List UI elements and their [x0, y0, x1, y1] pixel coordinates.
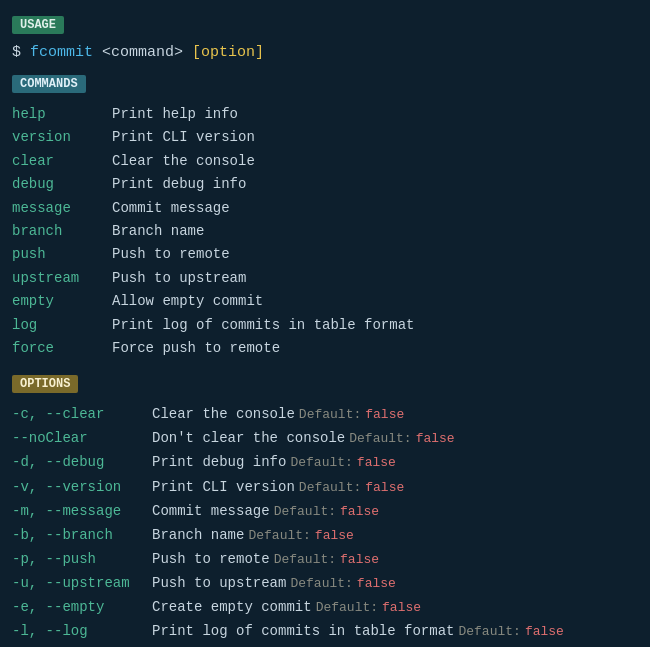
- default-value: false: [365, 404, 404, 425]
- option-desc-text: Print log of commits in table format: [152, 620, 454, 643]
- option-name: -b, --branch: [12, 524, 152, 547]
- command-description: Clear the console: [112, 150, 255, 172]
- option-desc-text: Create empty commit: [152, 596, 312, 619]
- command-row: forceForce push to remote: [12, 337, 638, 359]
- default-value: false: [382, 597, 421, 618]
- default-label: Default:: [290, 452, 352, 473]
- option-description: Push to upstream Default: false: [152, 572, 396, 595]
- option-name: -l, --log: [12, 620, 152, 643]
- command-row: pushPush to remote: [12, 243, 638, 265]
- command-description: Print CLI version: [112, 126, 255, 148]
- command-row: debugPrint debug info: [12, 173, 638, 195]
- option-description: Branch name Default: false: [152, 524, 354, 547]
- commands-table: helpPrint help infoversionPrint CLI vers…: [12, 103, 638, 359]
- default-value: false: [365, 477, 404, 498]
- usage-section: USAGE $ fcommit <command> [option]: [12, 16, 638, 61]
- option-name: -u, --upstream: [12, 572, 152, 595]
- command-name: empty: [12, 290, 112, 312]
- default-label: Default:: [349, 428, 411, 449]
- command-row: helpPrint help info: [12, 103, 638, 125]
- option-name: -e, --empty: [12, 596, 152, 619]
- command-row: emptyAllow empty commit: [12, 290, 638, 312]
- option-description: Push to remote Default: false: [152, 548, 379, 571]
- command-description: Force push to remote: [112, 337, 280, 359]
- default-label: Default:: [274, 549, 336, 570]
- option-row: -c, --clear Clear the console Default: f…: [12, 403, 638, 426]
- option-row: -m, --message Commit message Default: fa…: [12, 500, 638, 523]
- command-row: upstreamPush to upstream: [12, 267, 638, 289]
- command-name: log: [12, 314, 112, 336]
- command-name: message: [12, 197, 112, 219]
- command-description: Push to upstream: [112, 267, 246, 289]
- default-value: false: [525, 621, 564, 642]
- default-label: Default:: [274, 501, 336, 522]
- default-label: Default:: [458, 621, 520, 642]
- command-description: Branch name: [112, 220, 204, 242]
- option-name: -d, --debug: [12, 451, 152, 474]
- command-name: debug: [12, 173, 112, 195]
- command-row: messageCommit message: [12, 197, 638, 219]
- option-description: Don't clear the console Default: false: [152, 427, 455, 450]
- option-row: -u, --upstream Push to upstream Default:…: [12, 572, 638, 595]
- option-row: --noClear Don't clear the console Defaul…: [12, 427, 638, 450]
- default-value: false: [340, 549, 379, 570]
- option-desc-text: Push to upstream: [152, 572, 286, 595]
- command-name: upstream: [12, 267, 112, 289]
- option-desc-text: Push to remote: [152, 548, 270, 571]
- command-name: push: [12, 243, 112, 265]
- option-desc-text: Don't clear the console: [152, 427, 345, 450]
- default-label: Default:: [316, 597, 378, 618]
- usage-command: fcommit: [30, 44, 93, 61]
- option-name: -p, --push: [12, 548, 152, 571]
- option-name: --noClear: [12, 427, 152, 450]
- command-description: Print debug info: [112, 173, 246, 195]
- option-name: -m, --message: [12, 500, 152, 523]
- option-desc-text: Print debug info: [152, 451, 286, 474]
- default-label: Default:: [299, 404, 361, 425]
- usage-arg1: <command>: [102, 44, 183, 61]
- command-name: clear: [12, 150, 112, 172]
- default-value: false: [357, 573, 396, 594]
- options-badge: OPTIONS: [12, 375, 78, 393]
- commands-section: COMMANDS helpPrint help infoversionPrint…: [12, 75, 638, 359]
- command-row: clearClear the console: [12, 150, 638, 172]
- options-table: -c, --clear Clear the console Default: f…: [12, 403, 638, 647]
- command-description: Print help info: [112, 103, 238, 125]
- default-label: Default:: [299, 477, 361, 498]
- default-value: false: [340, 501, 379, 522]
- option-row: -v, --version Print CLI version Default:…: [12, 476, 638, 499]
- option-desc-text: Commit message: [152, 500, 270, 523]
- option-name: -v, --version: [12, 476, 152, 499]
- default-value: false: [357, 452, 396, 473]
- command-description: Allow empty commit: [112, 290, 263, 312]
- option-description: Print CLI version Default: false: [152, 476, 404, 499]
- option-row: -e, --empty Create empty commit Default:…: [12, 596, 638, 619]
- command-description: Print log of commits in table format: [112, 314, 414, 336]
- option-desc-text: Clear the console: [152, 403, 295, 426]
- options-section: OPTIONS -c, --clear Clear the console De…: [12, 375, 638, 647]
- command-row: branchBranch name: [12, 220, 638, 242]
- option-desc-text: Branch name: [152, 524, 244, 547]
- command-name: force: [12, 337, 112, 359]
- dollar-prefix: $: [12, 44, 30, 61]
- command-description: Commit message: [112, 197, 230, 219]
- option-row: -l, --log Print log of commits in table …: [12, 620, 638, 643]
- option-row: -d, --debug Print debug info Default: fa…: [12, 451, 638, 474]
- default-value: false: [416, 428, 455, 449]
- usage-arg2: [option]: [192, 44, 264, 61]
- option-desc-text: Print CLI version: [152, 476, 295, 499]
- option-name: -c, --clear: [12, 403, 152, 426]
- command-name: branch: [12, 220, 112, 242]
- commands-badge: COMMANDS: [12, 75, 86, 93]
- command-row: logPrint log of commits in table format: [12, 314, 638, 336]
- usage-badge: USAGE: [12, 16, 64, 34]
- default-value: false: [315, 525, 354, 546]
- option-description: Create empty commit Default: false: [152, 596, 421, 619]
- option-row: -p, --push Push to remote Default: false: [12, 548, 638, 571]
- command-description: Push to remote: [112, 243, 230, 265]
- command-name: version: [12, 126, 112, 148]
- option-description: Clear the console Default: false: [152, 403, 404, 426]
- command-name: help: [12, 103, 112, 125]
- option-description: Print log of commits in table format Def…: [152, 620, 564, 643]
- option-row: -b, --branch Branch name Default: false: [12, 524, 638, 547]
